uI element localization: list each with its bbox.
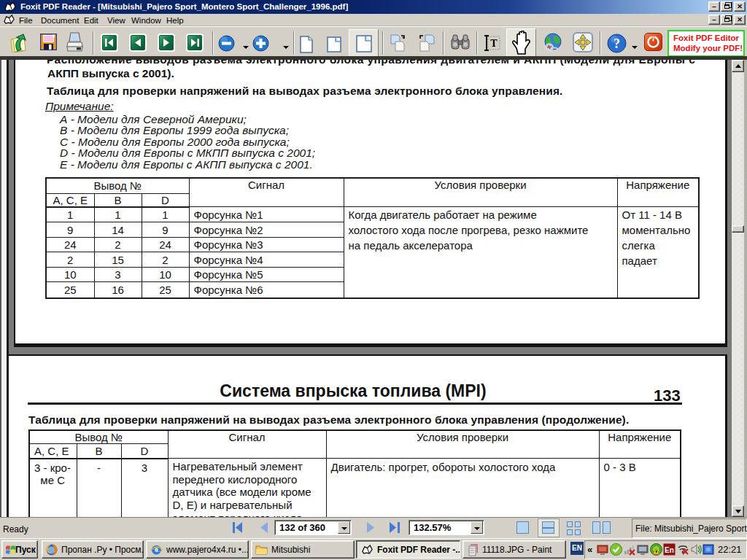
svg-text:T: T bbox=[490, 38, 498, 49]
svg-text:En: En bbox=[665, 546, 674, 554]
svg-text:?: ? bbox=[614, 36, 620, 51]
